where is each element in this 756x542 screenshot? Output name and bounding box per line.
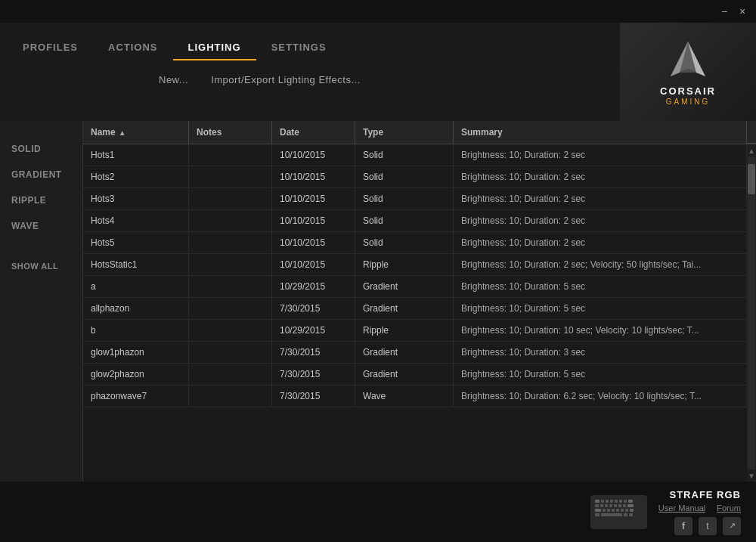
scrollbar-header-spacer — [747, 121, 756, 144]
td-notes — [189, 298, 272, 319]
td-name: Hots4 — [83, 210, 189, 231]
forum-link[interactable]: Forum — [717, 503, 741, 513]
table-row[interactable]: glow1phazon 7/30/2015 Gradient Brightnes… — [83, 342, 747, 364]
table-row[interactable]: Hots3 10/10/2015 Solid Brightness: 10; D… — [83, 188, 747, 210]
user-manual-link[interactable]: User Manual — [658, 503, 705, 513]
th-name[interactable]: Name ▲ — [83, 121, 189, 144]
minimize-button[interactable]: − — [717, 4, 732, 19]
table-row[interactable]: a 10/29/2015 Gradient Brightness: 10; Du… — [83, 276, 747, 298]
external-link-icon[interactable]: ↗ — [723, 517, 741, 535]
twitter-icon[interactable]: t — [699, 517, 717, 535]
td-notes — [189, 320, 272, 341]
td-name: a — [83, 276, 189, 297]
table-row[interactable]: allphazon 7/30/2015 Gradient Brightness:… — [83, 298, 747, 320]
td-summary: Brightness: 10; Duration: 5 sec — [454, 364, 747, 385]
td-type: Ripple — [355, 254, 454, 275]
td-summary: Brightness: 10; Duration: 5 sec — [454, 276, 747, 297]
corsair-brand: CORSAIR — [660, 85, 716, 97]
scrollbar-track[interactable] — [748, 156, 755, 469]
social-icons: f t ↗ — [674, 517, 741, 535]
bottom-bar: STRAFE RGB User Manual Forum f t ↗ — [0, 482, 756, 542]
td-summary: Brightness: 10; Duration: 2 sec — [454, 210, 747, 231]
td-notes — [189, 364, 272, 385]
scrollbar-thumb[interactable] — [748, 164, 755, 194]
sidebar-item-wave[interactable]: WAVE — [0, 213, 82, 239]
td-name: glow2phazon — [83, 364, 189, 385]
sidebar-item-gradient[interactable]: GRADIENT — [0, 162, 82, 187]
sort-arrow-icon: ▲ — [119, 129, 126, 137]
th-summary[interactable]: Summary — [454, 121, 747, 144]
scrollbar-down-arrow[interactable]: ▼ — [747, 469, 756, 482]
td-name: Hots5 — [83, 232, 189, 253]
td-date: 7/30/2015 — [272, 364, 355, 385]
td-date: 10/10/2015 — [272, 254, 355, 275]
keyboard-icon — [590, 495, 647, 529]
table-row[interactable]: Hots2 10/10/2015 Solid Brightness: 10; D… — [83, 166, 747, 188]
td-summary: Brightness: 10; Duration: 2 sec — [454, 144, 747, 166]
tab-profiles[interactable]: PROFILES — [8, 36, 93, 60]
td-summary: Brightness: 10; Duration: 3 sec — [454, 342, 747, 363]
td-notes — [189, 144, 272, 166]
td-type: Wave — [355, 386, 454, 407]
submenu-new[interactable]: New... — [159, 74, 188, 85]
nav-tabs: PROFILES ACTIONS LIGHTING SETTINGS — [0, 23, 620, 60]
sidebar-item-ripple[interactable]: RIPPLE — [0, 187, 82, 213]
left-sidebar: SOLID GRADIENT RIPPLE WAVE SHOW ALL — [0, 121, 83, 482]
th-notes-label: Notes — [197, 127, 222, 138]
th-notes[interactable]: Notes — [189, 121, 272, 144]
td-date: 7/30/2015 — [272, 342, 355, 363]
submenu-import-export[interactable]: Import/Export Lighting Effects... — [211, 74, 361, 85]
table-row[interactable]: HotsStatic1 10/10/2015 Ripple Brightness… — [83, 254, 747, 276]
th-date[interactable]: Date — [272, 121, 355, 144]
th-type[interactable]: Type — [355, 121, 454, 144]
th-date-label: Date — [280, 127, 299, 138]
td-type: Gradient — [355, 276, 454, 297]
tab-actions[interactable]: ACTIONS — [93, 36, 173, 60]
td-notes — [189, 342, 272, 363]
sidebar-item-show-all[interactable]: SHOW ALL — [0, 254, 82, 278]
td-type: Gradient — [355, 364, 454, 385]
td-type: Solid — [355, 210, 454, 231]
corsair-sail-icon — [665, 39, 711, 84]
device-name: STRAFE RGB — [670, 489, 742, 500]
close-button[interactable]: × — [735, 4, 750, 19]
td-notes — [189, 254, 272, 275]
table-row[interactable]: glow2phazon 7/30/2015 Gradient Brightnes… — [83, 364, 747, 386]
td-type: Gradient — [355, 298, 454, 319]
td-date: 10/10/2015 — [272, 232, 355, 253]
corsair-logo: CORSAIR GAMING — [620, 23, 756, 121]
td-date: 10/10/2015 — [272, 144, 355, 166]
scrollbar[interactable]: ▲ ▼ — [747, 144, 756, 482]
td-summary: Brightness: 10; Duration: 2 sec; Velocit… — [454, 254, 747, 275]
td-name: Hots1 — [83, 144, 189, 166]
tab-settings[interactable]: SETTINGS — [256, 36, 342, 60]
table-container: Name ▲ Notes Date Type Summary Hots1 — [83, 121, 756, 482]
th-summary-label: Summary — [461, 127, 503, 138]
scrollbar-up-arrow[interactable]: ▲ — [747, 144, 756, 156]
table-row[interactable]: Hots5 10/10/2015 Solid Brightness: 10; D… — [83, 232, 747, 254]
tab-lighting[interactable]: LIGHTING — [173, 36, 256, 60]
td-type: Solid — [355, 188, 454, 209]
td-summary: Brightness: 10; Duration: 2 sec — [454, 188, 747, 209]
table-row[interactable]: b 10/29/2015 Ripple Brightness: 10; Dura… — [83, 320, 747, 342]
td-summary: Brightness: 10; Duration: 10 sec; Veloci… — [454, 320, 747, 341]
th-name-label: Name — [91, 127, 116, 138]
main-content: SOLID GRADIENT RIPPLE WAVE SHOW ALL Name… — [0, 121, 756, 482]
table-row[interactable]: Hots4 10/10/2015 Solid Brightness: 10; D… — [83, 210, 747, 232]
td-notes — [189, 210, 272, 231]
td-summary: Brightness: 10; Duration: 5 sec — [454, 298, 747, 319]
td-summary: Brightness: 10; Duration: 2 sec — [454, 232, 747, 253]
table-row[interactable]: phazonwave7 7/30/2015 Wave Brightness: 1… — [83, 386, 747, 407]
facebook-icon[interactable]: f — [674, 517, 692, 535]
sub-menu: New... Import/Export Lighting Effects... — [0, 60, 620, 98]
title-bar: − × — [0, 0, 756, 23]
td-summary: Brightness: 10; Duration: 6.2 sec; Veloc… — [454, 386, 747, 407]
td-name: b — [83, 320, 189, 341]
td-date: 10/10/2015 — [272, 210, 355, 231]
td-summary: Brightness: 10; Duration: 2 sec — [454, 166, 747, 187]
td-type: Ripple — [355, 320, 454, 341]
table-body[interactable]: Hots1 10/10/2015 Solid Brightness: 10; D… — [83, 144, 747, 482]
sidebar-item-solid[interactable]: SOLID — [0, 136, 82, 162]
table-row[interactable]: Hots1 10/10/2015 Solid Brightness: 10; D… — [83, 144, 747, 166]
td-type: Solid — [355, 144, 454, 166]
